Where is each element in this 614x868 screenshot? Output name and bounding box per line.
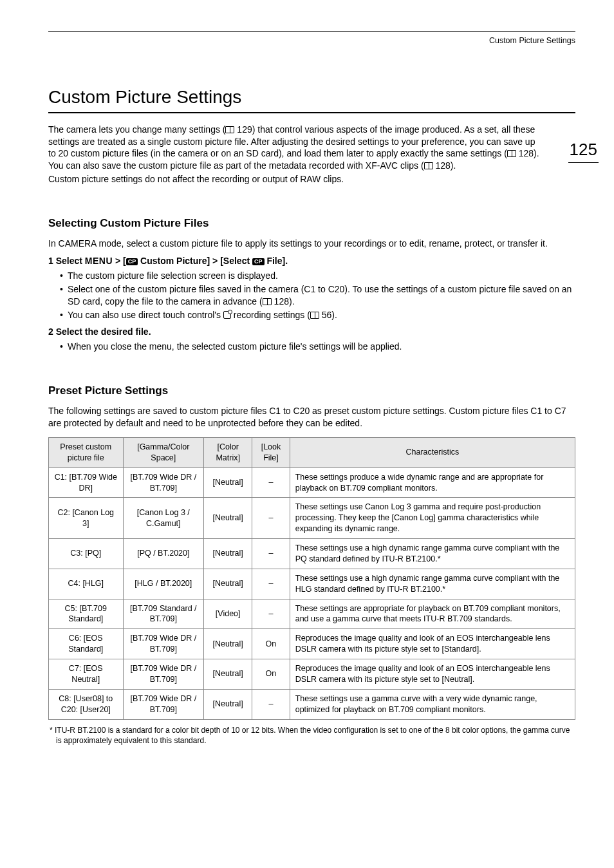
cell-gcs: [BT.709 Wide DR / BT.709]	[123, 659, 204, 690]
cell-char: These settings use a high dynamic range …	[290, 569, 575, 599]
cell-cm: [Neutral]	[204, 539, 252, 569]
cell-char: These settings produce a wide dynamic ra…	[290, 467, 575, 498]
table-row: C2: [Canon Log 3][Canon Log 3 / C.Gamut]…	[49, 498, 575, 539]
cell-file: C4: [HLG]	[49, 569, 124, 599]
cp-icon: CP	[252, 258, 265, 265]
step-1: 1 Select MENU > [CP Custom Picture] > [S…	[48, 255, 575, 321]
footnote: * ITU-R BT.2100 is a standard for a colo…	[48, 725, 575, 746]
table-row: C4: [HLG][HLG / BT.2020][Neutral]–These …	[49, 569, 575, 599]
section2-intro: The following settings are saved to cust…	[48, 405, 575, 429]
menu-icon: MENU	[85, 256, 113, 266]
cell-file: C3: [PQ]	[49, 539, 124, 569]
cell-file: C2: [Canon Log 3]	[49, 498, 124, 539]
cell-gcs: [Canon Log 3 / C.Gamut]	[123, 498, 204, 539]
step-2-head: 2 Select the desired file.	[48, 326, 151, 337]
section1-intro: In CAMERA mode, select a custom picture …	[48, 238, 575, 250]
cell-char: These settings use a gamma curve with a …	[290, 689, 575, 719]
cell-char: These settings use a high dynamic range …	[290, 539, 575, 569]
cell-gcs: [BT.709 Wide DR / BT.709]	[123, 467, 204, 498]
book-icon	[263, 298, 272, 305]
step2-bullet-1: When you close the menu, the selected cu…	[60, 341, 575, 353]
cell-file: C7: [EOS Neutral]	[49, 659, 124, 690]
book-icon	[225, 126, 234, 133]
page-number-wrap: 125	[568, 138, 599, 163]
page-number: 125	[568, 138, 599, 163]
table-row: C1: [BT.709 Wide DR][BT.709 Wide DR / BT…	[49, 467, 575, 498]
cell-char: These settings are appropriate for playb…	[290, 599, 575, 629]
intro-block: The camera lets you change many settings…	[48, 124, 544, 185]
top-rule	[48, 31, 575, 32]
cell-lf: –	[252, 467, 290, 498]
table-row: C8: [User08] to C20: [User20][BT.709 Wid…	[49, 689, 575, 719]
cell-char: Reproduces the image quality and look of…	[290, 659, 575, 690]
step-list: 1 Select MENU > [CP Custom Picture] > [S…	[48, 255, 575, 353]
cell-gcs: [BT.709 Wide DR / BT.709]	[123, 629, 204, 659]
step-1-head: 1 Select MENU > [CP Custom Picture] > [S…	[48, 256, 288, 266]
touch-icon	[223, 311, 231, 319]
cell-cm: [Neutral]	[204, 569, 252, 599]
cell-file: C6: [EOS Standard]	[49, 629, 124, 659]
cell-lf: On	[252, 659, 290, 690]
book-icon	[310, 312, 319, 319]
book-icon	[507, 150, 516, 157]
step-2: 2 Select the desired file. When you clos…	[48, 326, 575, 353]
running-head: Custom Picture Settings	[48, 35, 575, 46]
cell-lf: –	[252, 569, 290, 599]
th-gcs: [Gamma/Color Space]	[123, 437, 204, 467]
intro-para-2: Custom picture settings do not affect th…	[48, 173, 544, 185]
section-heading-preset: Preset Picture Settings	[48, 384, 575, 399]
book-icon	[424, 162, 433, 169]
cell-lf: –	[252, 599, 290, 629]
cell-gcs: [PQ / BT.2020]	[123, 539, 204, 569]
cell-lf: –	[252, 689, 290, 719]
cp-icon: CP	[126, 258, 138, 265]
cell-file: C8: [User08] to C20: [User20]	[49, 689, 124, 719]
th-char: Characteristics	[290, 437, 575, 467]
step1-bullet-1: The custom picture file selection screen…	[60, 270, 575, 282]
cell-cm: [Neutral]	[204, 659, 252, 690]
cell-char: Reproduces the image quality and look of…	[290, 629, 575, 659]
th-lf: [Look File]	[252, 437, 290, 467]
step1-bullet-3: You can also use direct touch control's …	[60, 309, 575, 321]
cell-cm: [Neutral]	[204, 467, 252, 498]
table-row: C3: [PQ][PQ / BT.2020][Neutral]–These se…	[49, 539, 575, 569]
cell-gcs: [BT.709 Wide DR / BT.709]	[123, 689, 204, 719]
cell-lf: –	[252, 539, 290, 569]
cell-lf: –	[252, 498, 290, 539]
table-row: C7: [EOS Neutral][BT.709 Wide DR / BT.70…	[49, 659, 575, 690]
preset-table: Preset custom picture file [Gamma/Color …	[48, 437, 575, 720]
cell-char: These settings use Canon Log 3 gamma and…	[290, 498, 575, 539]
cell-cm: [Neutral]	[204, 498, 252, 539]
cell-cm: [Video]	[204, 599, 252, 629]
th-cm: [Color Matrix]	[204, 437, 252, 467]
section-heading-selecting: Selecting Custom Picture Files	[48, 216, 575, 231]
table-row: C6: [EOS Standard][BT.709 Wide DR / BT.7…	[49, 629, 575, 659]
cell-file: C5: [BT.709 Standard]	[49, 599, 124, 629]
page-title: Custom Picture Settings	[48, 85, 575, 113]
step1-bullet-2: Select one of the custom picture files s…	[60, 283, 575, 308]
cell-cm: [Neutral]	[204, 689, 252, 719]
cell-gcs: [BT.709 Standard / BT.709]	[123, 599, 204, 629]
intro-para-1: The camera lets you change many settings…	[48, 124, 544, 173]
cell-lf: On	[252, 629, 290, 659]
cell-gcs: [HLG / BT.2020]	[123, 569, 204, 599]
table-row: C5: [BT.709 Standard][BT.709 Standard / …	[49, 599, 575, 629]
cell-file: C1: [BT.709 Wide DR]	[49, 467, 124, 498]
cell-cm: [Neutral]	[204, 629, 252, 659]
th-file: Preset custom picture file	[49, 437, 124, 467]
